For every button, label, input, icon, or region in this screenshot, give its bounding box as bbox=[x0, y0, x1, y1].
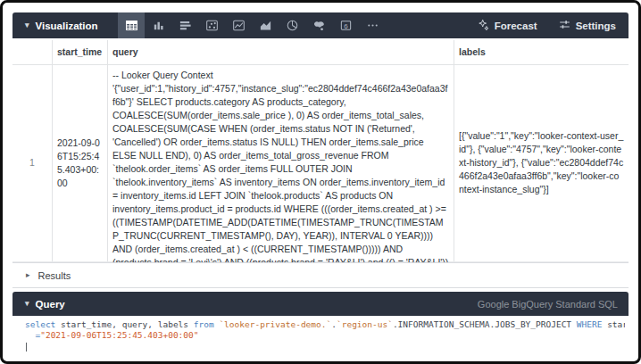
results-table: start_time query labels 1 2021-09-06T15:… bbox=[12, 38, 629, 263]
labels-cell: [{"value":"1","key":"looker-context-user… bbox=[454, 65, 629, 261]
results-label: Results bbox=[38, 270, 71, 281]
sql-line-1: select start_time, query, labels from `l… bbox=[25, 319, 625, 330]
results-section-toggle[interactable]: ▸ Results bbox=[12, 263, 629, 288]
viz-type-strip: 6 bbox=[118, 12, 386, 38]
forecast-label: Forecast bbox=[495, 21, 537, 31]
viz-type-more-viz-types-icon[interactable] bbox=[359, 12, 386, 38]
table-header-row: start_time query labels bbox=[12, 40, 629, 65]
viz-type-scatter-plot-icon[interactable] bbox=[198, 12, 225, 38]
start-time-cell: 2021-09-06T15:25:45.403+00:00 bbox=[52, 65, 107, 261]
viz-type-table-icon[interactable] bbox=[118, 12, 145, 38]
row-number-cell: 1 bbox=[12, 65, 52, 261]
forecast-button[interactable]: Forecast bbox=[478, 19, 537, 32]
visualization-header: ▾ Visualization 6 Forecast bbox=[12, 12, 629, 38]
viz-type-pie-chart-icon[interactable] bbox=[279, 12, 305, 38]
table-row: 1 2021-09-06T15:25:45.403+00:00 -- Looke… bbox=[12, 65, 629, 262]
column-header-start-time[interactable]: start_time bbox=[52, 40, 107, 64]
viz-type-line-chart-icon[interactable] bbox=[225, 12, 252, 38]
visualization-collapse-toggle[interactable]: ▾ Visualization bbox=[12, 21, 118, 31]
column-header-labels[interactable]: labels bbox=[454, 40, 629, 64]
sql-line-3 bbox=[25, 341, 625, 352]
viz-type-map-icon[interactable] bbox=[305, 12, 332, 38]
chevron-down-icon: ▾ bbox=[25, 300, 29, 308]
viz-type-single-value-icon[interactable]: 6 bbox=[332, 12, 359, 38]
query-panel-header: ▾ Query Google BigQuery Standard SQL bbox=[12, 292, 629, 316]
app-window: ▾ Visualization 6 Forecast bbox=[0, 0, 641, 364]
query-collapse-toggle[interactable]: ▾ Query bbox=[12, 299, 78, 310]
svg-text:6: 6 bbox=[344, 22, 348, 30]
sql-editor[interactable]: select start_time, query, labels from `l… bbox=[12, 316, 629, 352]
viz-type-horizontal-bar-chart-icon[interactable] bbox=[171, 12, 198, 38]
chevron-right-icon: ▸ bbox=[26, 271, 30, 279]
sql-line-2: ="2021-09-06T15:25:45.403+00:00" bbox=[25, 330, 625, 341]
query-title: Query bbox=[36, 299, 65, 310]
query-cell: -- Looker Query Context '{"user_id":1,"h… bbox=[107, 65, 454, 261]
settings-sliders-icon bbox=[559, 19, 570, 32]
column-header-query[interactable]: query bbox=[107, 40, 454, 64]
viz-actions: Forecast Settings bbox=[478, 19, 629, 32]
visualization-title: Visualization bbox=[36, 21, 98, 31]
forecast-sparkle-icon bbox=[478, 19, 489, 32]
viz-type-bar-chart-icon[interactable] bbox=[145, 12, 171, 38]
text-cursor bbox=[26, 343, 27, 352]
row-number-column-header bbox=[12, 40, 52, 64]
settings-button[interactable]: Settings bbox=[559, 19, 616, 32]
sql-dialect-label: Google BigQuery Standard SQL bbox=[478, 299, 618, 310]
chevron-down-icon: ▾ bbox=[25, 21, 29, 29]
settings-label: Settings bbox=[576, 21, 616, 31]
viz-type-area-chart-icon[interactable] bbox=[252, 12, 279, 38]
